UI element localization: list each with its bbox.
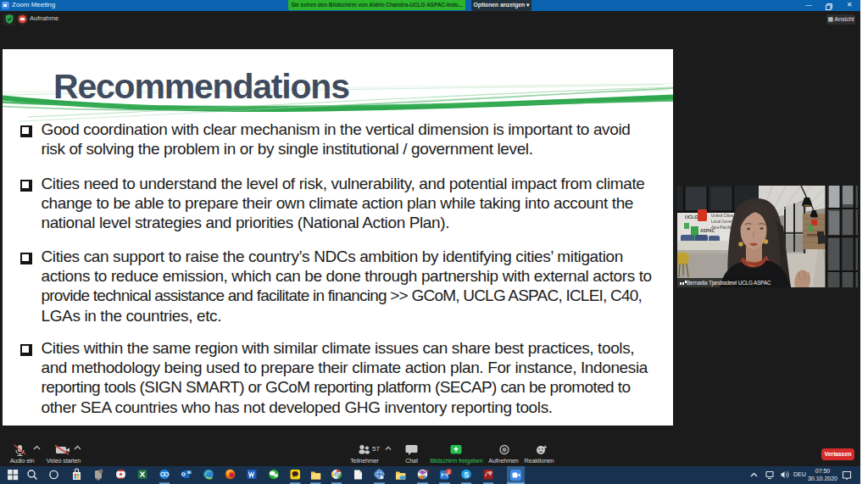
svg-text:S: S: [464, 470, 469, 479]
svg-text:57: 57: [372, 445, 380, 453]
svg-text:Asia-Pacific: Asia-Pacific: [711, 225, 732, 230]
svg-text:DEU: DEU: [793, 471, 806, 477]
svg-text:United Cities: United Cities: [711, 214, 734, 218]
svg-text:30.10.2020: 30.10.2020: [808, 476, 837, 481]
svg-text:UCLG: UCLG: [685, 214, 698, 220]
svg-text:07:50: 07:50: [815, 468, 831, 474]
